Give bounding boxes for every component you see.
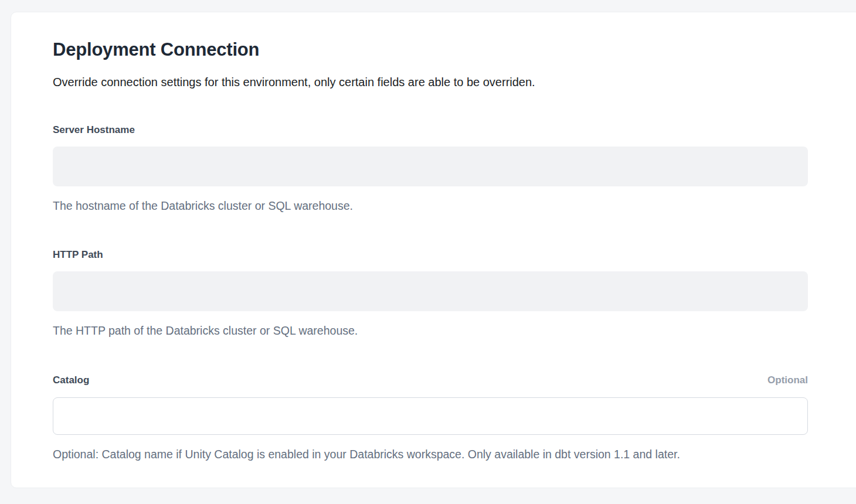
catalog-label-row: Catalog Optional [53,374,808,386]
server-hostname-label: Server Hostname [53,124,135,136]
deployment-connection-card: Deployment Connection Override connectio… [11,12,856,488]
http-path-field-group: HTTP Path The HTTP path of the Databrick… [53,248,808,338]
server-hostname-label-row: Server Hostname [53,124,808,136]
http-path-helper-text: The HTTP path of the Databricks cluster … [53,324,808,338]
http-path-input [53,271,808,311]
http-path-label-row: HTTP Path [53,248,808,261]
page-subtitle: Override connection settings for this en… [53,75,808,89]
catalog-optional-badge: Optional [767,374,808,386]
catalog-helper-text: Optional: Catalog name if Unity Catalog … [53,448,808,461]
page-title: Deployment Connection [53,40,808,60]
server-hostname-input [53,147,808,186]
server-hostname-helper-text: The hostname of the Databricks cluster o… [53,199,808,213]
catalog-input[interactable] [53,397,808,435]
http-path-label: HTTP Path [53,248,103,261]
server-hostname-field-group: Server Hostname The hostname of the Data… [53,124,808,213]
card-content: Deployment Connection Override connectio… [53,40,808,461]
catalog-field-group: Catalog Optional Optional: Catalog name … [53,374,808,461]
catalog-label: Catalog [53,374,89,386]
